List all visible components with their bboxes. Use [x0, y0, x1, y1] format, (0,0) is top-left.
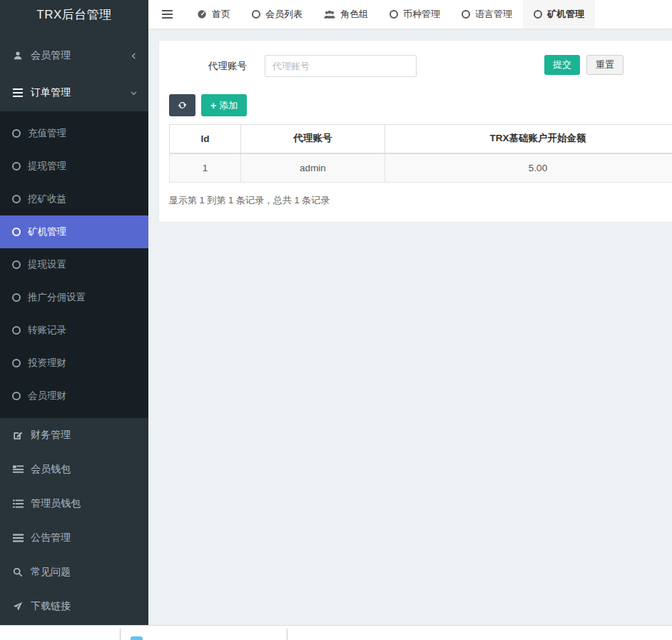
- table-toolbar: +添加: [169, 94, 672, 116]
- sidebar: TRX后台管理 会员管理 订单管理 充值管理 提: [0, 0, 148, 625]
- sidebar-item-finance-management[interactable]: 财务管理: [0, 418, 148, 452]
- search-icon: [11, 567, 24, 577]
- sidebar-item-label: 挖矿收益: [28, 193, 66, 205]
- cell-agent-account: admin: [241, 153, 385, 183]
- divider: [120, 629, 121, 640]
- plus-icon: +: [210, 101, 216, 111]
- dashboard-icon: [197, 9, 207, 19]
- cell-amount: 5.00: [385, 153, 672, 183]
- circle-icon: [12, 392, 21, 400]
- circle-icon: [12, 293, 21, 302]
- wallet-list-icon: [11, 465, 24, 474]
- circle-icon: [252, 10, 260, 19]
- plane-icon: [11, 601, 24, 611]
- person-icon: [11, 51, 24, 61]
- chevron-down-icon: [131, 90, 137, 96]
- edit-icon: [11, 430, 24, 440]
- circle-icon: [12, 326, 21, 335]
- sidebar-item-label: 管理员钱包: [31, 497, 81, 510]
- circle-icon: [12, 260, 21, 269]
- column-header-agent-account[interactable]: 代理账号: [241, 125, 385, 153]
- sidebar-item-member-management[interactable]: 会员管理: [0, 37, 148, 74]
- tab-language-management[interactable]: 语言管理: [451, 0, 523, 29]
- circle-icon: [12, 228, 21, 236]
- tab-miner-management[interactable]: 矿机管理: [523, 0, 595, 29]
- users-icon: [324, 10, 335, 19]
- table-row[interactable]: 1 admin 5.00: [170, 153, 672, 183]
- list-bullets-icon: [11, 499, 24, 508]
- tab-label: 会员列表: [265, 8, 302, 21]
- sidebar-item-label: 会员理财: [28, 390, 66, 402]
- sidebar-item-recharge-management[interactable]: 充值管理: [0, 117, 148, 150]
- sidebar-item-label: 提现管理: [28, 160, 66, 173]
- sidebar-item-commission-settings[interactable]: 推广分佣设置: [0, 281, 148, 314]
- agent-account-input[interactable]: [265, 55, 417, 77]
- circle-icon: [534, 10, 542, 19]
- tab-label: 语言管理: [475, 8, 512, 21]
- reset-button[interactable]: 重置: [586, 55, 623, 75]
- table-header-row: Id 代理账号 TRX基础账户开始金额: [170, 125, 672, 153]
- agent-account-label: 代理账号: [169, 60, 247, 73]
- sidebar-item-investment[interactable]: 投资理财: [0, 347, 148, 380]
- sidebar-item-label: 公告管理: [31, 532, 71, 544]
- sidebar-item-label: 提现设置: [28, 258, 66, 271]
- partial-element-fragment: [131, 636, 143, 640]
- bottom-strip: [0, 625, 672, 640]
- tab-currency-management[interactable]: 币种管理: [379, 0, 451, 29]
- sidebar-item-miner-management[interactable]: 矿机管理: [0, 215, 148, 248]
- circle-icon: [390, 10, 398, 19]
- sidebar-item-label: 矿机管理: [28, 225, 66, 238]
- refresh-icon: [178, 101, 187, 110]
- sidebar-item-label: 转账记录: [28, 324, 66, 337]
- bars-icon: [11, 534, 24, 542]
- sidebar-item-faq[interactable]: 常见问题: [0, 555, 148, 589]
- sidebar-item-label: 推广分佣设置: [28, 291, 86, 304]
- sidebar-item-withdraw-management[interactable]: 提现管理: [0, 150, 148, 183]
- sidebar-item-member-finance[interactable]: 会员理财: [0, 380, 148, 412]
- filter-form: 代理账号 提交 重置: [169, 55, 672, 77]
- tab-label: 角色组: [340, 8, 368, 21]
- column-header-id[interactable]: Id: [170, 125, 241, 153]
- add-button-label: 添加: [219, 99, 238, 112]
- sidebar-item-order-management[interactable]: 订单管理: [0, 74, 148, 111]
- app-title: TRX后台管理: [0, 0, 148, 29]
- add-button[interactable]: +添加: [201, 94, 247, 116]
- refresh-button[interactable]: [169, 94, 195, 116]
- tab-member-list[interactable]: 会员列表: [241, 0, 313, 29]
- miner-table: Id 代理账号 TRX基础账户开始金额 1 admin 5.00: [169, 124, 672, 183]
- sidebar-item-label: 投资理财: [28, 357, 66, 370]
- sidebar-item-label: 下载链接: [31, 600, 71, 613]
- sidebar-item-withdraw-settings[interactable]: 提现设置: [0, 248, 148, 281]
- records-summary: 显示第 1 到第 1 条记录，总共 1 条记录: [169, 194, 672, 207]
- sidebar-item-label: 财务管理: [31, 429, 71, 442]
- sidebar-item-admin-wallet[interactable]: 管理员钱包: [0, 487, 148, 521]
- sidebar-item-download-links[interactable]: 下载链接: [0, 589, 148, 624]
- cell-id: 1: [170, 153, 241, 183]
- main-content: 代理账号 提交 重置 +添加 Id 代理账号 TRX基础账户开始金额: [148, 29, 672, 625]
- circle-icon: [12, 129, 21, 138]
- circle-icon: [462, 10, 470, 19]
- list-icon: [11, 88, 24, 97]
- sidebar-item-label: 会员管理: [31, 49, 71, 62]
- sidebar-toggle-button[interactable]: [148, 0, 186, 29]
- chevron-left-icon: [131, 53, 137, 59]
- tab-role-group[interactable]: 角色组: [313, 0, 379, 29]
- tab-label: 矿机管理: [547, 8, 584, 21]
- sidebar-item-label: 订单管理: [31, 86, 71, 99]
- sidebar-item-label: 会员钱包: [31, 463, 71, 476]
- sidebar-item-member-wallet[interactable]: 会员钱包: [0, 452, 148, 487]
- sidebar-item-mining-income[interactable]: 挖矿收益: [0, 183, 148, 215]
- sidebar-item-label: 常见问题: [31, 566, 71, 579]
- sidebar-item-transfer-records[interactable]: 转账记录: [0, 314, 148, 347]
- circle-icon: [12, 195, 21, 203]
- tab-home[interactable]: 首页: [186, 0, 241, 29]
- order-management-submenu: 充值管理 提现管理 挖矿收益 矿机管理 提现设置 推广分佣设置 转账记录 投资: [0, 111, 148, 418]
- column-header-trx-start-amount[interactable]: TRX基础账户开始金额: [385, 125, 672, 153]
- submit-button[interactable]: 提交: [544, 55, 580, 75]
- divider: [287, 629, 287, 640]
- sidebar-item-announcement-management[interactable]: 公告管理: [0, 521, 148, 555]
- circle-icon: [12, 359, 21, 367]
- tab-label: 首页: [212, 8, 230, 21]
- tab-label: 币种管理: [403, 8, 440, 21]
- topbar: 首页 会员列表 角色组 币种管理 语言管理 矿机管理: [148, 0, 672, 29]
